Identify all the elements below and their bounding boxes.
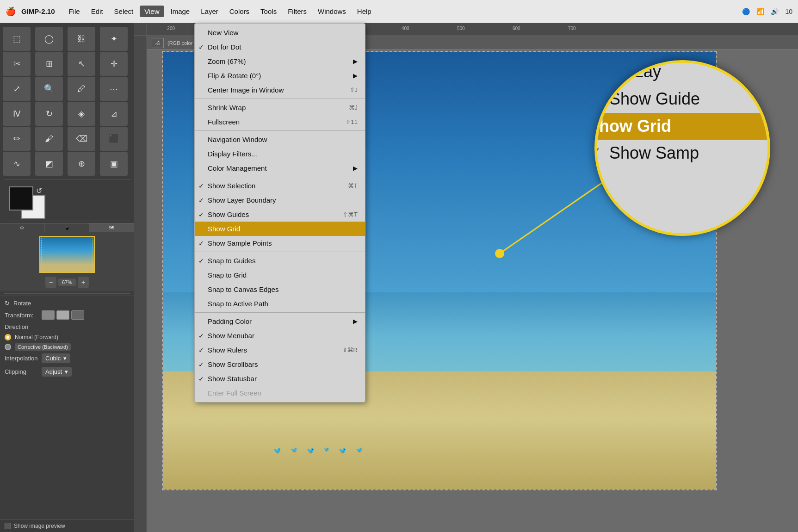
flip-rotate-label: Flip & Rotate (0°) [208,72,261,80]
transform-swatch-3[interactable] [71,310,84,320]
menu-colors[interactable]: Colors [225,6,254,17]
menu-help[interactable]: Help [353,6,376,17]
tool-pencil[interactable]: ✏ [3,127,31,151]
transform-swatch-1[interactable] [42,310,55,320]
tool-free-select[interactable]: ⛓ [68,27,95,51]
zoom-label: Zoom (67%) [208,57,246,65]
menu-snap-to-grid[interactable]: Snap to Grid [195,268,365,282]
menu-show-sample-points[interactable]: ✓ Show Sample Points [195,236,365,250]
birds-group: 🐦 🐦 🐦 🐦 🐦 🐦 [273,447,363,454]
tool-align[interactable]: ↖ [68,52,95,76]
tool-rect-select[interactable]: ⬚ [3,27,31,51]
menu-show-selection[interactable]: ✓ Show Selection ⌘T [195,179,365,193]
menu-display-filters[interactable]: Display Filters... [195,147,365,161]
menu-shrink-wrap[interactable]: Shrink Wrap ⌘J [195,100,365,115]
navigator-panel: − 67% + [0,232,134,291]
bird-6: 🐦 [356,447,363,454]
navigation-window-label: Navigation Window [208,136,267,143]
snap-to-guides-label: Snap to Guides [208,257,255,265]
tool-fg-select[interactable]: ⊞ [35,52,63,76]
tool-text[interactable]: Ⅳ [3,102,31,126]
menu-dot-for-dot[interactable]: ✓ Dot for Dot [195,40,365,54]
tool-ellipse-select[interactable]: ◯ [35,27,63,51]
direction-corrective-radio[interactable] [5,344,11,350]
zoom-in-icon[interactable]: + [78,277,89,288]
tool-eraser[interactable]: ⌫ [68,127,95,151]
menu-zoom[interactable]: Zoom (67%) ▶ [195,54,365,68]
clipping-dropdown[interactable]: Adjust ▾ [42,367,72,377]
show-scrollbars-check-icon: ✓ [198,361,204,368]
bird-4: 🐦 [324,447,329,454]
show-scrollbars-label: Show Scrollbars [208,360,258,368]
color-management-arrow-icon: ▶ [353,165,358,172]
transform-swatch-2[interactable] [56,310,69,320]
direction-normal-radio[interactable] [5,334,11,340]
menu-snap-to-guides[interactable]: ✓ Snap to Guides [195,254,365,268]
menu-image[interactable]: Image [166,6,195,17]
menu-show-layer-boundary[interactable]: ✓ Show Layer Boundary [195,193,365,207]
tool-measure[interactable]: 🖊 [68,77,95,101]
menu-edit[interactable]: Edit [87,6,108,17]
menu-center-image[interactable]: Center Image in Window ⇧J [195,83,365,97]
menu-snap-to-canvas-edges[interactable]: Snap to Canvas Edges [195,282,365,297]
tool-crop[interactable]: ⤢ [3,77,31,101]
menu-enter-full-screen: Enter Full Screen [195,386,365,400]
tool-scissors[interactable]: ✂ [3,52,31,76]
tool-warp[interactable]: ⊿ [100,102,128,126]
tool-perspective[interactable]: ⋯ [100,77,128,101]
menu-tools[interactable]: Tools [256,6,281,17]
ruler-corner [134,23,147,36]
show-preview-checkbox[interactable] [5,523,11,529]
show-rulers-check-icon: ✓ [198,346,204,354]
tool-smudge[interactable]: ⊕ [68,152,95,176]
menu-flip-rotate[interactable]: Flip & Rotate (0°) ▶ [195,68,365,83]
menu-show-guides[interactable]: ✓ Show Guides ⇧⌘T [195,207,365,222]
show-guides-label: Show Guides [208,210,249,218]
menu-show-grid[interactable]: Show Grid [195,222,365,236]
menu-show-scrollbars[interactable]: ✓ Show Scrollbars [195,357,365,371]
color-reset-icon[interactable]: ↺ [36,186,42,195]
tab-navigator[interactable]: 🗺 [89,223,134,232]
menu-show-rulers[interactable]: ✓ Show Rulers ⇧⌘R [195,343,365,357]
clipping-row: Clipping Adjust ▾ [5,367,130,377]
menu-padding-color[interactable]: Padding Color ▶ [195,314,365,328]
menu-new-view[interactable]: New View [195,25,365,40]
bird-2: 🐦 [291,447,297,454]
tool-dodge[interactable]: ▣ [100,152,128,176]
tool-paint[interactable]: 🖌 [35,127,63,151]
interpolation-dropdown[interactable]: Cubic ▾ [42,353,70,363]
menu-snap-to-active-path[interactable]: Snap to Active Path [195,297,365,311]
app-name[interactable]: GIMP-2.10 [21,7,55,15]
magnify-show-sample-text: Show Samp [609,142,699,164]
tool-fill[interactable]: ⬛ [100,127,128,151]
menu-view[interactable]: View [140,6,164,17]
tool-move[interactable]: ✛ [100,52,128,76]
magnify-circle: Show Lay ✓ Show Guide Show Grid ✓ Show S… [594,60,770,236]
enter-full-screen-label: Enter Full Screen [208,389,261,397]
center-image-label: Center Image in Window [208,86,284,94]
menu-select[interactable]: Select [110,6,138,17]
fullscreen-shortcut: F11 [338,118,358,125]
tab-tool-options[interactable]: ⚙ [0,223,45,232]
tool-transform[interactable]: ↻ [35,102,63,126]
apple-icon[interactable]: 🍎 [6,6,16,17]
menu-fullscreen[interactable]: Fullscreen F11 [195,115,365,129]
tab-device-status[interactable]: 📱 [45,223,90,232]
tool-zoom[interactable]: 🔍 [35,77,63,101]
menu-navigation-window[interactable]: Navigation Window [195,132,365,147]
tool-fuzzy-select[interactable]: ✦ [100,27,128,51]
menu-filters[interactable]: Filters [283,6,311,17]
menu-layer[interactable]: Layer [196,6,223,17]
tool-cage[interactable]: ◈ [68,102,95,126]
tool-clone[interactable]: ◩ [35,152,63,176]
menu-show-menubar[interactable]: ✓ Show Menubar [195,328,365,343]
zoom-out-icon[interactable]: − [45,277,56,288]
foreground-color-swatch[interactable] [9,186,33,210]
left-toolbar: ⬚ ◯ ⛓ ✦ ✂ ⊞ ↖ ✛ ⤢ 🔍 🖊 ⋯ Ⅳ ↻ ◈ ⊿ ✏ 🖌 ⌫ ⬛ … [0,23,134,532]
menu-color-management[interactable]: Color Management ▶ [195,161,365,175]
menu-windows[interactable]: Windows [313,6,351,17]
menu-show-statusbar[interactable]: ✓ Show Statusbar [195,371,365,386]
snap-to-canvas-label: Snap to Canvas Edges [208,285,278,293]
tool-heal[interactable]: ∿ [3,152,31,176]
menu-file[interactable]: File [64,6,85,17]
